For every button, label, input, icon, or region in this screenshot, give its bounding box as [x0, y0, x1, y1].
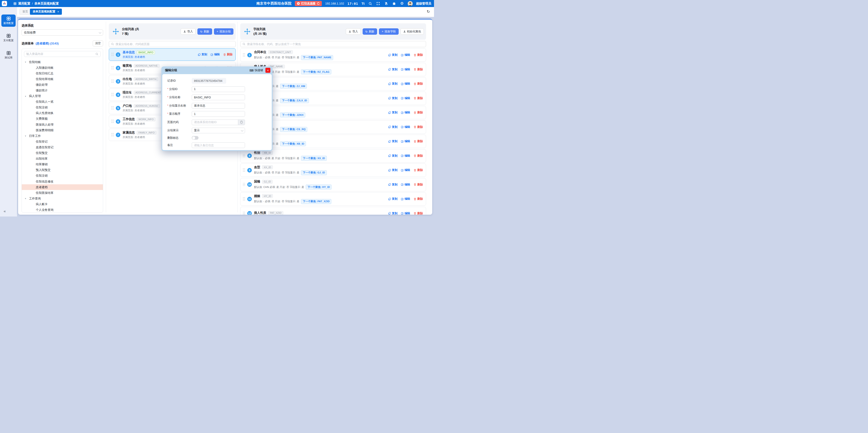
field-row[interactable]: 8 性别 XB_ID 默认值: - 必填: 是 只读: 否 字段显示: 是 下一…: [240, 149, 426, 162]
tree-item[interactable]: 血透住院登记: [22, 145, 103, 150]
edit-action[interactable]: 编辑: [401, 197, 410, 201]
delete-action[interactable]: 删除: [413, 82, 423, 86]
copy-action[interactable]: 复制: [388, 125, 398, 129]
copy-action[interactable]: 复制: [198, 53, 207, 57]
edit-action[interactable]: 编辑: [401, 82, 410, 86]
delete-action[interactable]: 删除: [413, 168, 423, 172]
settings-gear-icon[interactable]: ⚙: [400, 1, 404, 6]
delete-action[interactable]: 删除: [413, 96, 423, 100]
rail-item-通用配置[interactable]: 通用配置: [1, 14, 16, 27]
printer-status-badge[interactable]: 打印未连接: [295, 1, 322, 6]
fields-import-button[interactable]: 导入: [346, 28, 361, 35]
copy-action[interactable]: 复制: [388, 111, 398, 115]
copy-action[interactable]: 复制: [388, 53, 398, 57]
tree-item[interactable]: 病人帐卡: [22, 201, 103, 207]
delete-action[interactable]: 删除: [413, 154, 423, 158]
field-row[interactable]: 11 婚姻 HY_ID 默认值: - 必填: 否 只读: 否 字段显示: 是 下…: [240, 192, 426, 206]
page-refresh-icon[interactable]: ↻: [427, 9, 430, 14]
tree-item[interactable]: 入院缴款结账: [22, 65, 103, 70]
collapse-rail-icon[interactable]: «: [4, 209, 6, 214]
breadcrumb-app[interactable]: 通用配置: [18, 2, 30, 6]
tree-item[interactable]: 个人业务查询: [22, 207, 103, 213]
copy-action[interactable]: 复制: [388, 140, 398, 143]
tree-item[interactable]: 住院结算结账: [22, 76, 103, 82]
app-logo[interactable]: [2, 1, 7, 6]
fields-refresh-button[interactable]: ↻刷新: [363, 28, 377, 35]
tree-item[interactable]: 住院病人一览: [22, 99, 103, 105]
tree-item[interactable]: 缴款统计: [22, 88, 103, 93]
groups-import-button[interactable]: 导入: [181, 28, 195, 35]
field-row[interactable]: 1 合同单位 CONTRACT_UNIT 默认值: - 必填: 否 只读: 否 …: [240, 48, 426, 62]
copy-action[interactable]: 复制: [388, 183, 398, 187]
rail-item-支付配置[interactable]: 支付配置: [1, 32, 16, 44]
分组展示-select[interactable]: 显示: [192, 128, 245, 133]
drag-handle-icon[interactable]: [112, 120, 114, 123]
drag-handle-icon[interactable]: [243, 183, 245, 186]
delete-action[interactable]: 删除: [413, 212, 423, 215]
copy-action[interactable]: 复制: [388, 82, 398, 86]
tab-form-page-rules[interactable]: 表单页面规则配置 ×: [30, 9, 62, 15]
shortcut-keys-button[interactable]: ⌨快捷键: [249, 68, 263, 72]
clear-button[interactable]: 清空: [93, 40, 103, 47]
copy-action[interactable]: 复制: [388, 67, 398, 71]
selected-menu-link[interactable]: (患者建档) (3143): [36, 41, 59, 45]
页面代码-input[interactable]: [192, 120, 238, 125]
tree-item[interactable]: 医保病人处理: [22, 122, 103, 127]
tree-item[interactable]: 住院医保结算: [22, 190, 103, 196]
copy-action[interactable]: 复制: [388, 96, 398, 100]
caret-down-icon[interactable]: ▾: [25, 61, 28, 63]
tree-item[interactable]: ▾ 住院结账: [22, 59, 103, 65]
copy-action[interactable]: 复制: [388, 168, 398, 172]
caret-down-icon[interactable]: ▾: [25, 135, 28, 137]
分组名称-input[interactable]: [192, 95, 245, 100]
edit-action[interactable]: 编辑: [401, 168, 410, 172]
edit-action[interactable]: 编辑: [401, 212, 410, 215]
dialog-titlebar[interactable]: 编辑分组 ⌨快捷键 ×: [161, 66, 273, 74]
edit-action[interactable]: 编辑: [401, 53, 410, 57]
dialog-close-button[interactable]: ×: [266, 68, 270, 73]
delete-action[interactable]: 删除: [413, 183, 423, 187]
notifications-muted-icon[interactable]: [384, 1, 389, 6]
current-user[interactable]: 超级管理员: [416, 2, 432, 6]
drag-handle-icon[interactable]: [243, 197, 245, 200]
delete-action[interactable]: 删除: [413, 111, 423, 115]
search-icon[interactable]: [368, 1, 373, 6]
group-row[interactable]: 1 基本信息 BASIC_INFO 所属页面: 患者建档 复制 编辑 删除: [109, 48, 236, 61]
edit-action[interactable]: 编辑: [401, 140, 410, 143]
备注-input[interactable]: [192, 143, 245, 148]
pick-with-mouse-button[interactable]: [238, 120, 245, 125]
tree-item[interactable]: 缴款处理: [22, 82, 103, 88]
edit-action[interactable]: 编辑: [401, 183, 410, 187]
drag-handle-icon[interactable]: [243, 168, 245, 172]
drag-handle-icon[interactable]: [112, 53, 114, 56]
tree-item[interactable]: 结算撤销: [22, 162, 103, 167]
groups-search-input[interactable]: [116, 42, 234, 46]
field-row[interactable]: 12 病人性质 PAT_XZID 复制 编辑 删除: [240, 207, 426, 215]
tree-item[interactable]: ▾ 日常工作: [22, 133, 103, 139]
fields-add-button[interactable]: +添加字段: [379, 28, 398, 35]
tree-item[interactable]: 住院预交: [22, 150, 103, 156]
分组显示名称-input[interactable]: [192, 103, 245, 109]
debug-bug-icon[interactable]: [392, 1, 396, 6]
copy-action[interactable]: 复制: [388, 212, 398, 215]
delete-action[interactable]: 删除: [413, 197, 423, 201]
drag-handle-icon[interactable]: [112, 80, 114, 83]
fullscreen-icon[interactable]: [376, 1, 380, 6]
font-size-icon[interactable]: Tt: [362, 2, 365, 5]
tree-item[interactable]: 欠费限额: [22, 116, 103, 122]
field-row[interactable]: 9 血型 XX_ID 默认值: - 必填: 否 只读: 否 字段显示: 是 下一…: [240, 163, 426, 177]
caret-down-icon[interactable]: ▾: [25, 197, 28, 200]
retry-icon[interactable]: [317, 2, 320, 5]
drag-handle-icon[interactable]: [243, 212, 245, 215]
edit-action[interactable]: 编辑: [401, 67, 410, 71]
tree-item[interactable]: ▾ 病人管理: [22, 93, 103, 99]
system-select[interactable]: 住院收费: [22, 29, 103, 36]
drag-handle-icon[interactable]: [243, 53, 245, 57]
删除标志-toggle[interactable]: [192, 136, 198, 140]
drag-handle-icon[interactable]: [112, 66, 114, 70]
tree-item[interactable]: 住院注销: [22, 173, 103, 179]
groups-add-button[interactable]: +添加分组: [214, 28, 234, 35]
rail-item-测试用[interactable]: 测试用: [1, 49, 16, 61]
delete-action[interactable]: 删除: [413, 67, 423, 71]
groups-refresh-button[interactable]: ↻刷新: [197, 28, 212, 35]
